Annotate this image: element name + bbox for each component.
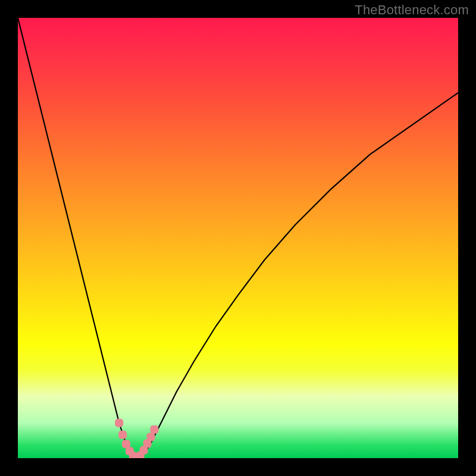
- curve-marker: [118, 431, 127, 439]
- curve-path: [18, 18, 458, 458]
- curve-marker: [115, 419, 123, 427]
- chart-frame: TheBottleneck.com: [0, 0, 476, 476]
- watermark-text: TheBottleneck.com: [355, 2, 469, 18]
- bottleneck-curve: [18, 18, 458, 458]
- curve-markers: [115, 419, 158, 458]
- chart-plot-area: [18, 18, 458, 458]
- curve-marker: [150, 425, 158, 434]
- curve-marker: [147, 433, 155, 441]
